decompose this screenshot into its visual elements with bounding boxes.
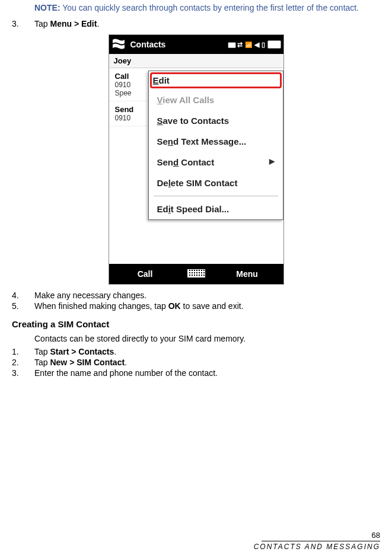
menu-item-delete-sim[interactable]: Delete SIM Contact (149, 173, 283, 193)
step-number: 1. (12, 347, 34, 356)
softkey-call[interactable]: Call (109, 269, 181, 279)
network-icon (237, 41, 243, 49)
menu-item-view-all-calls: View All Calls (149, 90, 283, 110)
device-screenshot: Contacts OK Joey Call 0910 Spee Send 091… (12, 34, 380, 285)
windows-start-icon[interactable] (111, 38, 126, 51)
sim-step-3: 3. Enter the name and phone number of th… (12, 368, 380, 378)
sim-step-2: 2. Tap New > SIM Contact. (12, 358, 380, 367)
footer-rule (262, 541, 380, 541)
footer-chapter-title: Contacts and Messaging (254, 543, 380, 551)
step-number: 2. (12, 358, 34, 367)
menu-item-send-contact[interactable]: Send Contact ▶ (149, 152, 283, 173)
contact-name-header: Joey (109, 54, 283, 68)
app-title: Contacts (130, 40, 228, 49)
step-text: Tap New > SIM Contact. (34, 358, 380, 367)
section-heading: Creating a SIM Contact (12, 319, 380, 329)
signal-icon (228, 41, 235, 49)
keyboard-toggle[interactable] (181, 269, 211, 279)
step-text: Make any necessary changes. (34, 291, 380, 300)
step-number: 4. (12, 291, 34, 300)
step-5: 5. When finished making changes, tap OK … (12, 301, 380, 311)
sim-step-1: 1. Tap Start > Contacts. (12, 347, 380, 356)
step-number: 5. (12, 301, 34, 311)
title-bar: Contacts OK (109, 35, 283, 54)
step-number: 3. (12, 19, 34, 28)
step-text: When finished making changes, tap OK to … (34, 301, 380, 311)
volume-icon (254, 41, 259, 49)
softkey-bar: Call Menu (109, 264, 283, 284)
step-4: 4. Make any necessary changes. (12, 291, 380, 300)
step-3: 3. Tap Menu > Edit. (12, 19, 380, 28)
note-text: You can quickly search through contacts … (62, 3, 359, 12)
context-menu: Edit View All Calls Save to Contacts Sen… (148, 71, 283, 220)
chevron-right-icon: ▶ (269, 157, 275, 165)
cell-icon (245, 41, 252, 48)
menu-item-edit-speed-dial[interactable]: Edit Speed Dial... (149, 199, 283, 219)
battery-icon (262, 41, 265, 49)
menu-item-edit[interactable]: Edit (153, 75, 279, 85)
ok-button[interactable]: OK (267, 40, 281, 49)
menu-item-send-text[interactable]: Send Text Message... (149, 131, 283, 152)
menu-item-edit-highlight: Edit (150, 72, 282, 88)
status-tray: OK (228, 40, 281, 49)
device-frame: Contacts OK Joey Call 0910 Spee Send 091… (109, 34, 284, 285)
note-block: NOTE: You can quickly search through con… (34, 2, 362, 13)
page-footer: 68 Contacts and Messaging (254, 531, 380, 551)
step-number: 3. (12, 368, 34, 378)
keyboard-icon (187, 269, 205, 278)
softkey-menu[interactable]: Menu (211, 269, 283, 279)
step-text: Enter the name and phone number of the c… (34, 368, 380, 378)
contact-body: Call 0910 Spee Send 0910 Edit View All C… (109, 68, 283, 264)
step-text: Tap Menu > Edit. (34, 19, 380, 28)
step-text: Tap Start > Contacts. (34, 347, 380, 356)
page-number: 68 (254, 531, 380, 540)
menu-item-save-to-contacts[interactable]: Save to Contacts (149, 110, 283, 131)
note-label: NOTE: (34, 3, 60, 12)
menu-separator (154, 196, 278, 196)
section-intro: Contacts can be stored directly to your … (34, 334, 380, 343)
